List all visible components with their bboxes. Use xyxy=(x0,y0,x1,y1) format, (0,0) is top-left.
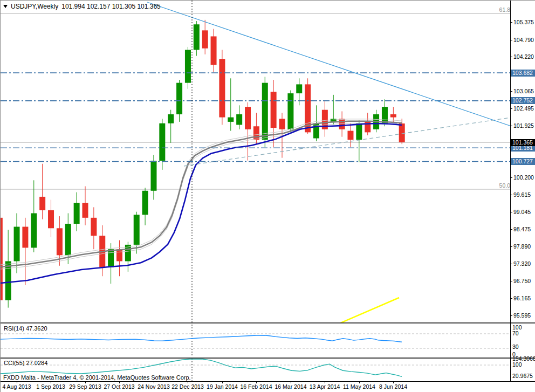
price-axis-label: 103.065 xyxy=(513,88,535,94)
fib-label: 50.0 xyxy=(478,182,510,189)
price-axis-tick xyxy=(510,264,512,264)
rsi-line xyxy=(1,335,402,342)
descending-trendline xyxy=(147,2,510,126)
price-axis-label: 99.045 xyxy=(513,209,535,215)
copyright-text: FXDD Malta - MetaTrader 4, © 2001-2014, … xyxy=(3,374,191,381)
price-axis-label: 104.790 xyxy=(513,37,535,43)
price-axis-tick xyxy=(510,212,512,212)
panel-separator[interactable] xyxy=(1,357,535,357)
date-axis-tick xyxy=(256,382,257,383)
rsi-scale-label: 30 xyxy=(512,344,519,350)
candle-body xyxy=(347,131,353,140)
candle-body xyxy=(211,36,217,65)
candle-body xyxy=(142,191,148,215)
rsi-scale-label: 70 xyxy=(512,331,519,336)
date-axis-label: 8 Jun 2014 xyxy=(373,383,414,390)
rsi-canvas[interactable] xyxy=(1,325,510,356)
symbol-dropdown-icon xyxy=(3,5,8,8)
price-axis-label: 99.615 xyxy=(513,191,535,198)
candle-body xyxy=(134,215,140,245)
price-axis-tick xyxy=(510,91,512,92)
time-axis-line xyxy=(1,381,535,382)
date-axis-tick xyxy=(359,382,360,383)
date-axis-tick xyxy=(393,382,394,383)
date-axis-tick xyxy=(17,382,17,383)
price-axis-label: 105.375 xyxy=(513,19,535,25)
candle-body xyxy=(390,114,396,118)
date-axis-tick xyxy=(119,382,120,383)
candle-body xyxy=(202,30,208,48)
chart-header: USDJPY,Weekly 101.994 102.157 101.305 10… xyxy=(3,3,161,10)
candle-body xyxy=(14,227,20,262)
candle-body xyxy=(219,59,225,117)
cci-scale-label: 100 xyxy=(512,362,522,368)
candle-body xyxy=(279,119,285,129)
candle-body xyxy=(150,161,156,191)
price-axis-label: 96.750 xyxy=(513,278,535,284)
price-axis-tick xyxy=(510,57,512,57)
price-axis-line xyxy=(510,1,511,381)
candle-body xyxy=(48,210,54,228)
candle-body xyxy=(22,227,28,248)
level-price-badge: 100.727 xyxy=(511,158,535,165)
candle-body xyxy=(74,203,80,224)
price-axis-tick xyxy=(510,177,512,178)
price-axis-tick xyxy=(510,126,512,126)
candle-body xyxy=(83,203,88,218)
candle-body xyxy=(356,123,362,140)
date-axis-tick xyxy=(188,382,188,383)
price-axis-label: 100.200 xyxy=(513,174,535,181)
candle-body xyxy=(253,126,259,140)
price-axis-label: 104.220 xyxy=(513,53,535,60)
date-axis-tick xyxy=(222,382,223,383)
price-axis-tick xyxy=(510,315,512,316)
price-axis-label: 102.495 xyxy=(513,105,535,112)
symbol-period-label: USDJPY,Weekly xyxy=(11,3,58,10)
price-axis-tick xyxy=(510,195,512,195)
panel-separator[interactable] xyxy=(1,322,535,323)
price-axis-tick xyxy=(510,22,512,23)
candle-body xyxy=(1,218,3,300)
candle-body xyxy=(228,118,234,122)
ohlc-values: 101.994 102.157 101.305 101.365 xyxy=(61,3,161,10)
candle-body xyxy=(5,261,11,300)
candle-body xyxy=(176,83,182,114)
candle-body xyxy=(91,218,97,236)
main-chart-canvas[interactable] xyxy=(1,1,510,322)
candle-body xyxy=(65,224,71,255)
rsi-label: RSI(14) 47.3620 xyxy=(4,325,47,332)
candle-body xyxy=(168,114,174,123)
mt4-chart-window: USDJPY,Weekly 101.994 102.157 101.305 10… xyxy=(0,0,535,392)
rsi-indicator-panel[interactable] xyxy=(1,325,510,356)
candle-body xyxy=(57,228,63,255)
date-axis-tick xyxy=(85,382,86,383)
candle-body xyxy=(159,123,165,161)
panel-separator[interactable] xyxy=(1,324,535,324)
price-axis-tick xyxy=(510,40,512,40)
price-axis-label: 97.890 xyxy=(513,243,535,250)
price-axis-tick xyxy=(510,229,512,230)
candle-body xyxy=(39,197,45,210)
cci-scale-label: 20.9675 xyxy=(512,373,533,379)
candle-body xyxy=(31,213,37,247)
candle-body xyxy=(271,92,277,128)
price-axis-tick xyxy=(510,108,512,109)
main-chart-panel[interactable] xyxy=(1,1,510,322)
date-axis-tick xyxy=(51,382,51,383)
candle-body xyxy=(287,93,293,129)
price-axis-label: 101.925 xyxy=(513,122,535,129)
date-axis-tick xyxy=(291,382,291,383)
price-axis-label: 97.320 xyxy=(513,260,535,267)
fib-label: 61.8 xyxy=(478,6,510,13)
candle-body xyxy=(108,249,114,267)
price-axis-label: 95.595 xyxy=(513,312,535,319)
candle-body xyxy=(296,84,302,93)
level-price-badge: 103.682 xyxy=(511,70,535,77)
date-axis-tick xyxy=(154,382,154,383)
panel-separator[interactable] xyxy=(1,358,535,359)
candle-body xyxy=(262,83,268,140)
price-axis-tick xyxy=(510,246,512,247)
candle-body xyxy=(236,114,242,125)
candle-body xyxy=(382,107,388,123)
date-axis-tick xyxy=(325,382,325,383)
